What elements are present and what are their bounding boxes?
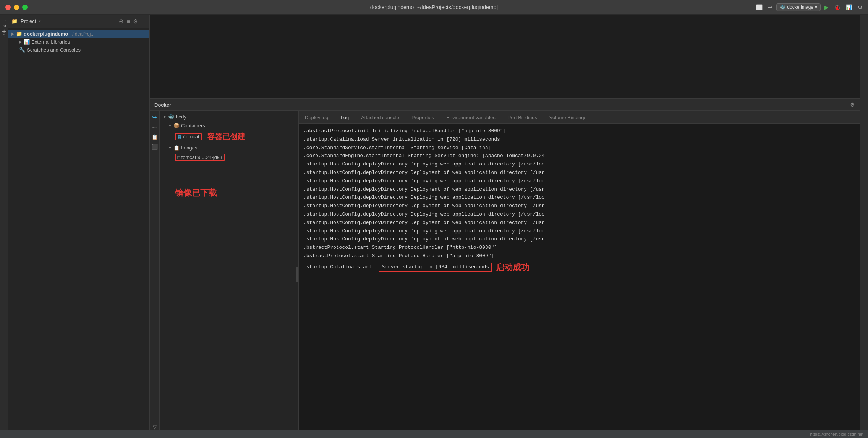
debug-icon[interactable]: 🐞	[832, 3, 842, 11]
tab-env-vars[interactable]: Environment variables	[440, 112, 502, 123]
expand-containers: ▼	[168, 123, 172, 128]
docker-title: Docker	[154, 102, 171, 108]
docker-tree-item-tomcat[interactable]: ▦ /tomcat 容器已创建	[160, 130, 298, 143]
tomcat-label: /tomcat	[183, 134, 199, 140]
tab-deploy-log[interactable]: Deploy log	[299, 112, 334, 123]
image-square-icon: □	[177, 155, 180, 160]
run-config-selector[interactable]: 🐳 dockerimage ▾	[776, 3, 821, 11]
add-scope-icon[interactable]: ⊕	[119, 18, 124, 25]
filter-icon[interactable]: ▽	[153, 424, 157, 430]
log-line-5: .startup.HostConfig.deployDirectory Depl…	[303, 161, 855, 169]
log-tabs: Deploy log Log Attached console Properti…	[299, 111, 860, 124]
minimize-button[interactable]	[14, 5, 19, 10]
properties-icon[interactable]: 📋	[152, 134, 158, 140]
resize-handle[interactable]	[296, 267, 298, 282]
tomcat-image-label: tomcat:9.0.24-jdk8	[181, 154, 222, 160]
log-line-11: .startup.HostConfig.deployDirectory Depl…	[303, 211, 855, 219]
project-toolbar: 📁 Project ▾ ⊕ ≡ ⚙ —	[8, 15, 149, 28]
minus-icon[interactable]: —	[141, 18, 146, 24]
project-panel: 📁 Project ▾ ⊕ ≡ ⚙ — ▶ 📁 dockerplugindemo…	[8, 15, 150, 438]
log-line-13: .startup.HostConfig.deployDirectory Depl…	[303, 227, 855, 235]
edit-icon[interactable]: ✏	[152, 125, 157, 130]
annotation-container-created: 容器已创建	[207, 131, 245, 142]
annotation-image-downloaded: 镜像已下载	[175, 187, 217, 199]
tab-port-bindings[interactable]: Port Bindings	[502, 112, 543, 123]
docker-tree-item-images[interactable]: ▼ 📋 Images	[160, 143, 298, 152]
docker-content: ↪ ✏ 📋 ⬛ — ▽ ↓ ▼	[150, 111, 860, 438]
tomcat-image-box: □ tomcat:9.0.24-jdk8	[175, 154, 225, 161]
hedy-label: hedy	[176, 114, 186, 120]
docker-tree-toolbar: ↪ ✏ 📋 ⬛ — ▽ ↓	[150, 111, 160, 438]
tab-volume-bindings[interactable]: Volume Bindings	[543, 112, 593, 123]
project-root-path: ~/IdeaProj...	[70, 31, 94, 37]
monitor-icon[interactable]: ⬜	[755, 3, 764, 11]
log-line-10: .startup.HostConfig.deployDirectory Depl…	[303, 202, 855, 210]
tree-item-scratches[interactable]: 🔧 Scratches and Consoles	[8, 46, 149, 54]
gear-icon[interactable]: ⚙	[133, 18, 138, 24]
project-tree: ▶ 📁 dockerplugindemo ~/IdeaProj... ▶ 📊 E…	[8, 28, 149, 438]
right-content: Docker ⚙ ↪ ✏ 📋 ⬛ —	[150, 15, 860, 438]
editor-area	[150, 15, 860, 99]
docker-tree-item-hedy[interactable]: ▼ 🐳 hedy	[160, 112, 298, 121]
log-line-17-prefix: .startup.Catalina.start	[303, 263, 375, 271]
docker-tree-item-tomcat-image[interactable]: □ tomcat:9.0.24-jdk8	[160, 152, 298, 162]
coverage-icon[interactable]: 📊	[844, 3, 854, 11]
external-libs-label: External Libraries	[31, 39, 70, 45]
log-line-14: .startup.HostConfig.deployDirectory Depl…	[303, 235, 855, 243]
arrow-icon[interactable]: ↩	[766, 3, 774, 11]
stop-icon[interactable]: ⬛	[151, 144, 158, 150]
vertical-sidebar: 1: Project	[0, 15, 8, 438]
docker-settings-icon[interactable]: ⚙	[850, 102, 855, 108]
traffic-lights	[0, 5, 28, 10]
containers-label: Containers	[181, 123, 205, 128]
tab-attached-console[interactable]: Attached console	[355, 112, 405, 123]
log-line-9: .startup.HostConfig.deployDirectory Depl…	[303, 194, 855, 202]
log-line-2: .startup.Catalina.load Server initializa…	[303, 136, 855, 144]
sidebar-tab-project[interactable]: 1: Project	[1, 16, 7, 41]
project-dropdown[interactable]: ▾	[39, 19, 41, 23]
tomcat-container-box: ▦ /tomcat	[175, 133, 202, 140]
tomcat-icon: ▦	[177, 134, 181, 140]
log-line-last-row: .startup.Catalina.start Server startup i…	[303, 261, 855, 274]
close-button[interactable]	[5, 5, 11, 10]
log-line-12: .startup.HostConfig.deployDirectory Depl…	[303, 219, 855, 227]
maximize-button[interactable]	[22, 5, 28, 10]
titlebar: dockerplugindemo [~/IdeaProjects/dockerp…	[0, 0, 868, 15]
titlebar-right: ⬜ ↩ 🐳 dockerimage ▾ ▶ 🐞 📊 ⚙	[755, 3, 864, 11]
log-content: .abstractProtocol.init Initializing Prot…	[299, 124, 860, 438]
tab-log[interactable]: Log	[334, 112, 355, 123]
status-bar: https://xinchen.blog.csdn.net	[0, 430, 868, 438]
connect-icon[interactable]: ↪	[152, 114, 157, 121]
dash-icon[interactable]: —	[152, 154, 157, 159]
tab-properties[interactable]: Properties	[405, 112, 440, 123]
docker-tree-item-containers[interactable]: ▼ 📦 Containers	[160, 121, 298, 130]
log-panel: Deploy log Log Attached console Properti…	[299, 111, 860, 438]
project-title: Project	[21, 18, 36, 24]
libs-icon: 📊	[24, 39, 30, 45]
expand-icon-libs: ▶	[19, 40, 22, 44]
log-line-17-highlighted: Server startup in [934] milliseconds	[379, 263, 492, 272]
dropdown-icon: ▾	[815, 5, 817, 10]
run-config-icon: 🐳	[780, 5, 785, 10]
docker-tree-items: ▼ 🐳 hedy ▼ 📦 Containers	[160, 111, 298, 438]
docker-tree-panel: ↪ ✏ 📋 ⬛ — ▽ ↓ ▼	[150, 111, 299, 438]
log-line-3: .core.StandardService.startInternal Star…	[303, 144, 855, 152]
right-vertical-sidebar	[860, 15, 868, 438]
log-line-16: .bstractProtocol.start Starting Protocol…	[303, 252, 855, 260]
docker-panel: Docker ⚙ ↪ ✏ 📋 ⬛ —	[150, 99, 860, 438]
log-line-1: .abstractProtocol.init Initializing Prot…	[303, 127, 855, 135]
project-root-label: dockerplugindemo	[24, 31, 68, 37]
images-label: Images	[181, 145, 198, 151]
run-config-label: dockerimage	[787, 5, 813, 10]
settings-icon[interactable]: ⚙	[856, 3, 864, 11]
collapse-icon[interactable]: ≡	[127, 18, 130, 24]
tree-item-root[interactable]: ▶ 📁 dockerplugindemo ~/IdeaProj...	[8, 30, 149, 38]
expand-icon: ▶	[11, 32, 15, 36]
status-url: https://xinchen.blog.csdn.net	[810, 432, 863, 436]
run-icon[interactable]: ▶	[823, 3, 830, 11]
scratches-label: Scratches and Consoles	[27, 47, 81, 53]
log-line-15: .bstractProtocol.start Starting Protocol…	[303, 244, 855, 252]
window-title: dockerplugindemo [~/IdeaProjects/dockerp…	[370, 4, 498, 10]
tree-item-external-libs[interactable]: ▶ 📊 External Libraries	[8, 38, 149, 46]
log-line-4: .core.StandardEngine.startInternal Start…	[303, 152, 855, 160]
